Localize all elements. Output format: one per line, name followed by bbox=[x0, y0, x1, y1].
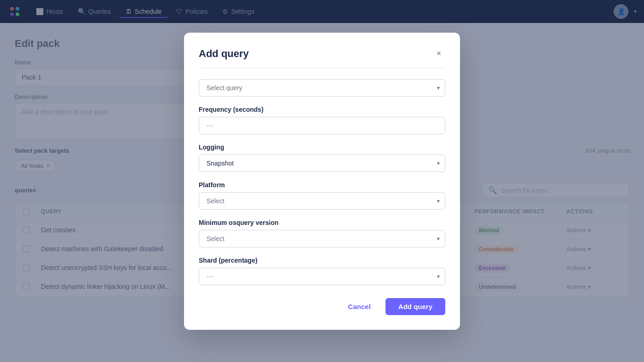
modal-overlay[interactable]: Add query × Select query ▾ Frequency (se… bbox=[0, 0, 644, 23]
